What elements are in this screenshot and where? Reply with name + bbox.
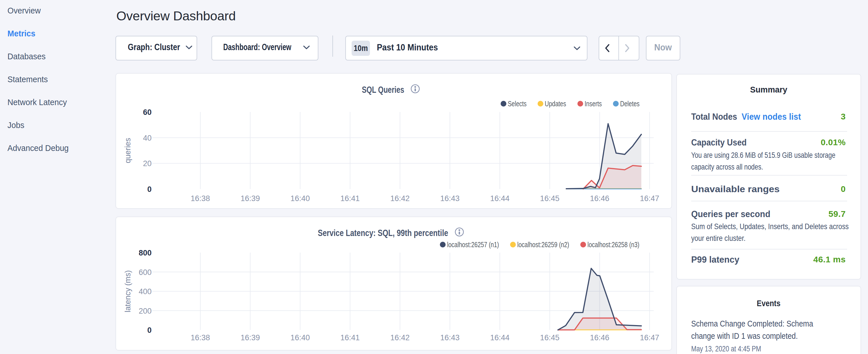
svg-text:16:40: 16:40 [290, 194, 310, 203]
svg-text:60: 60 [143, 108, 152, 117]
svg-text:queries: queries [124, 138, 132, 163]
svg-text:20: 20 [143, 159, 152, 168]
svg-text:16:40: 16:40 [290, 333, 310, 342]
svg-text:0: 0 [147, 326, 152, 334]
svg-text:16:47: 16:47 [640, 333, 659, 342]
svg-text:16:41: 16:41 [340, 194, 360, 203]
svg-text:200: 200 [139, 307, 152, 315]
svg-text:16:38: 16:38 [191, 194, 210, 203]
svg-text:16:45: 16:45 [540, 194, 560, 203]
svg-text:16:41: 16:41 [340, 333, 360, 342]
svg-text:16:38: 16:38 [191, 333, 210, 342]
svg-text:400: 400 [139, 287, 152, 296]
svg-text:16:39: 16:39 [241, 194, 260, 203]
svg-text:16:45: 16:45 [540, 333, 560, 342]
svg-text:16:42: 16:42 [390, 333, 410, 342]
svg-text:40: 40 [143, 134, 152, 142]
svg-text:16:44: 16:44 [490, 194, 509, 203]
svg-text:16:47: 16:47 [640, 194, 659, 203]
svg-text:16:44: 16:44 [490, 333, 509, 342]
svg-text:16:43: 16:43 [440, 194, 460, 203]
svg-text:16:42: 16:42 [390, 194, 410, 203]
svg-text:latency (ms): latency (ms) [124, 270, 132, 312]
svg-text:16:39: 16:39 [241, 333, 260, 342]
svg-text:600: 600 [139, 268, 152, 277]
svg-text:16:43: 16:43 [440, 333, 460, 342]
svg-text:16:46: 16:46 [590, 194, 610, 203]
svg-text:0: 0 [147, 185, 152, 194]
svg-text:16:46: 16:46 [590, 333, 610, 342]
svg-text:800: 800 [139, 249, 152, 257]
